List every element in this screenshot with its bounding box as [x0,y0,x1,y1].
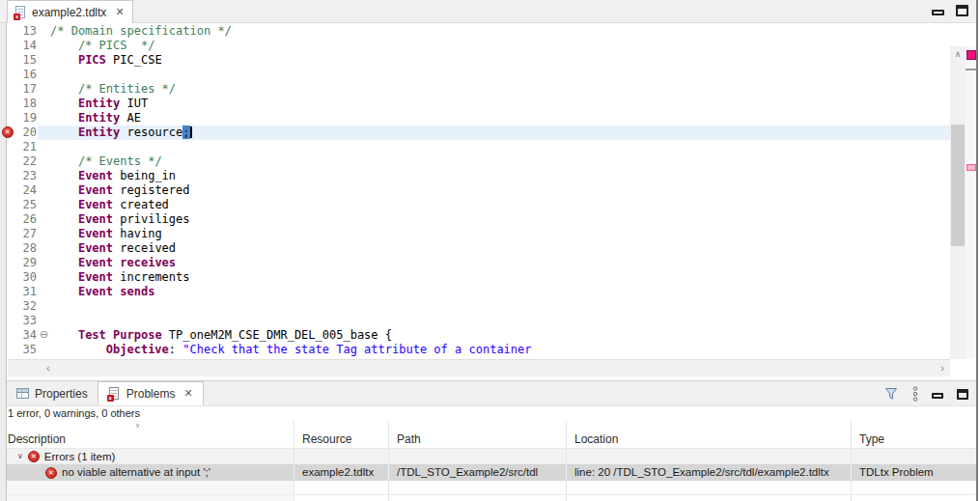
code-line[interactable]: 29 Event receives [0,256,950,270]
empty-cell [852,495,978,501]
view-menu-icon[interactable] [912,386,918,402]
empty-cell [567,481,852,494]
code-line[interactable]: 32 [0,299,950,314]
code-token: priviliges [113,212,189,226]
line-number: 29 [15,256,37,270]
gutter-annotation: ✕ [0,125,15,140]
vertical-scrollbar[interactable]: ∧ ∨ [950,46,966,359]
vertical-scrollbar-thumb[interactable] [951,125,965,246]
code-token: sends [120,285,154,298]
column-header-description[interactable]: Description∨ [0,421,294,448]
panel-minimize-icon[interactable] [932,393,943,399]
line-number: 20 [15,125,37,140]
code-line[interactable]: 14 /* PICS */ [0,39,950,53]
fold-margin [38,125,50,140]
horizontal-scrollbar[interactable]: ‹ › [8,359,950,376]
code-token: registered [113,183,189,197]
code-token: PICS [78,53,106,67]
code-token: resource [120,125,182,139]
code-line[interactable]: 17 /* Entities */ [0,82,950,97]
overview-ruler-divider [966,69,978,70]
gutter-annotation [0,256,15,270]
code-line[interactable]: 25 Event created [0,198,950,212]
problem-row[interactable]: ✕no viable alternative at input ';'examp… [0,464,978,481]
empty-table-row[interactable] [0,481,978,495]
fold-margin [38,140,50,154]
code-line[interactable]: 31 Event sends [0,285,950,299]
code-line[interactable]: 26 Event priviliges [0,212,950,227]
code-line[interactable]: 16 [0,68,950,82]
line-number: 15 [15,53,37,68]
problems-group-row[interactable]: ∨✕Errors (1 item) [0,449,978,464]
line-number: 14 [15,39,37,53]
fold-margin [38,154,50,169]
gutter-annotation [0,212,15,227]
code-line[interactable]: 27 Event having [0,227,950,241]
tab-problems-close-icon[interactable]: ✕ [183,387,192,400]
code-line[interactable]: 19 Entity AE [0,111,950,125]
code-line-body: PICS PIC_CSE [38,53,950,68]
code-line[interactable]: 23 Event being_in [0,169,950,183]
filter-icon[interactable] [884,387,899,401]
editor-tab-example2[interactable]: x example2.tdltx ✕ [7,0,133,23]
line-number: 18 [15,97,37,111]
column-header-type[interactable]: Type [852,421,978,448]
code-line[interactable]: 21 [0,140,950,154]
fold-margin [38,227,50,241]
minimize-icon[interactable] [932,10,944,15]
code-line[interactable]: 22 /* Events */ [0,154,950,169]
code-line[interactable]: 30 Event increments [0,270,950,285]
code-token [50,169,78,182]
scroll-up-icon[interactable]: ∧ [950,47,966,61]
code-line[interactable]: 33 [0,314,950,328]
code-token: Event [78,285,113,298]
overview-error-marker[interactable] [966,164,976,171]
scroll-left-icon[interactable]: ‹ [46,362,50,374]
gutter-annotation [0,343,15,357]
code-token: /* PICS */ [50,39,154,52]
overview-ruler[interactable] [966,46,978,359]
code-line[interactable]: 34⊖ Test Purpose TP_oneM2M_CSE_DMR_DEL_0… [0,328,950,343]
code-token: Event [78,212,113,226]
line-number: 23 [15,169,37,183]
gutter-annotation [0,183,15,198]
fold-collapse-icon[interactable]: ⊖ [38,328,50,343]
code-token: "Check that the state Tag attribute of a… [182,343,531,356]
column-header-label: Location [574,432,618,446]
code-line-body [38,299,950,314]
scroll-right-icon[interactable]: › [940,362,944,374]
properties-icon [16,388,29,399]
column-header-location[interactable]: Location [567,421,852,448]
code-token [50,343,106,356]
code-line-body: /* PICS */ [38,39,950,53]
code-token: Event [78,256,113,269]
code-text: Entity IUT [50,97,950,111]
code-token: Event [78,227,113,240]
code-token [50,285,78,298]
tab-properties[interactable]: Properties [7,381,98,405]
editor-tab-close-icon[interactable]: ✕ [115,6,124,18]
empty-table-row[interactable] [0,495,978,501]
code-editor[interactable]: 13/* Domain specification */14 /* PICS *… [0,23,978,359]
overview-error-indicator-icon[interactable] [966,50,976,60]
tdl-file-error-icon: x [14,6,26,19]
code-line[interactable]: 28 Event received [0,241,950,256]
code-text: Entity resource; [50,125,950,140]
expand-chevron-icon[interactable]: ∨ [17,449,23,463]
code-token: /* Domain specification */ [50,24,232,38]
empty-cell [0,481,294,494]
code-line[interactable]: 24 Event registered [0,183,950,198]
maximize-icon[interactable] [956,5,968,16]
gutter-annotation [0,299,15,314]
code-line[interactable]: ✕20 Entity resource; [0,125,950,140]
code-line[interactable]: 18 Entity IUT [0,97,950,111]
eclipse-window: x example2.tdltx ✕ 13/* Domain specifica… [0,0,978,501]
tab-problems[interactable]: x Problems ✕ [98,381,204,405]
code-line[interactable]: 15 PICS PIC_CSE [0,53,950,68]
code-line[interactable]: 35 Objective: "Check that the state Tag … [0,343,950,357]
column-header-resource[interactable]: Resource [294,421,389,448]
code-line[interactable]: 13/* Domain specification */ [0,24,950,39]
fold-margin [38,285,50,299]
column-header-path[interactable]: Path [389,421,567,448]
panel-maximize-icon[interactable] [957,389,968,400]
